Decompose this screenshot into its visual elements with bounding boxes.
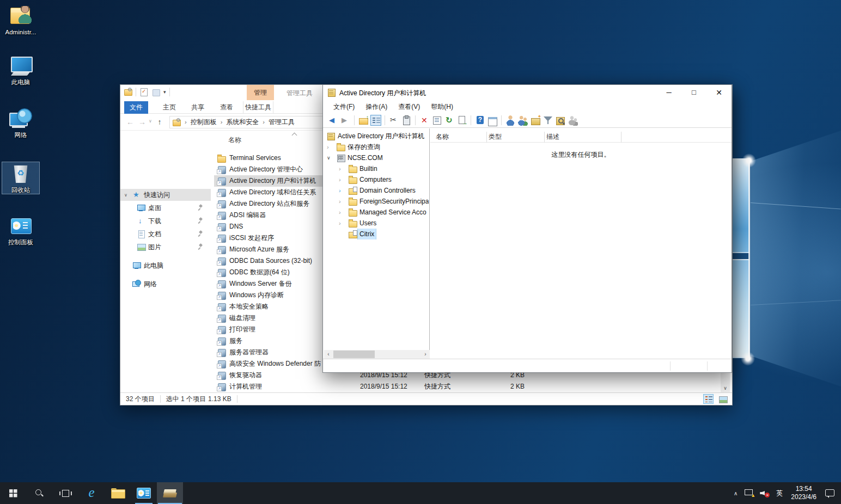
- tree-node-Domain Controllers[interactable]: ›Domain Controllers: [324, 185, 429, 196]
- advanced-icon[interactable]: [568, 115, 578, 126]
- expander-right-icon[interactable]: ›: [339, 207, 341, 218]
- taskbar-start-button[interactable]: [0, 482, 26, 504]
- breadcrumb-item[interactable]: 管理工具: [269, 118, 295, 126]
- sidebar-item-网络[interactable]: 网络: [120, 278, 211, 290]
- scrollbar-thumb[interactable]: [333, 351, 375, 358]
- filter-icon[interactable]: [543, 115, 553, 126]
- ribbon-tab-共享[interactable]: 共享: [186, 101, 210, 114]
- sidebar-item-快速访问[interactable]: ∨快速访问: [120, 189, 211, 201]
- desktop-icon-user-folder[interactable]: Administr...: [2, 4, 39, 36]
- expander-right-icon[interactable]: ›: [327, 142, 329, 152]
- column-header-类型[interactable]: 类型: [489, 132, 502, 142]
- desktop-icon-bin[interactable]: 回收站: [2, 162, 39, 194]
- menu-文件(F)[interactable]: 文件(F): [328, 101, 359, 113]
- action-center-icon[interactable]: [825, 489, 834, 497]
- scroll-right-icon[interactable]: ›: [421, 350, 430, 359]
- taskbar-file-explorer[interactable]: [105, 482, 131, 504]
- back-icon[interactable]: [327, 115, 338, 126]
- desktop-icon-cp[interactable]: 控制面板: [2, 214, 39, 246]
- new-folder-icon[interactable]: [151, 88, 160, 96]
- scroll-left-icon[interactable]: ‹: [324, 350, 333, 359]
- ribbon-tab-查看[interactable]: 查看: [215, 101, 239, 114]
- find-objects-icon[interactable]: [555, 115, 566, 126]
- expander-right-icon[interactable]: ›: [339, 174, 341, 185]
- console-window-icon[interactable]: [487, 115, 498, 126]
- column-divider[interactable]: [544, 132, 545, 143]
- expander-down-icon[interactable]: ∨: [327, 152, 331, 163]
- tree-node-Users[interactable]: ›Users: [324, 218, 429, 229]
- name-column-header[interactable]: 名称: [228, 136, 241, 145]
- thumbnails-view-button[interactable]: [717, 394, 728, 404]
- ribbon-tab-文件[interactable]: 文件: [124, 101, 148, 114]
- customize-dropdown-icon[interactable]: ▾: [163, 88, 166, 96]
- export-list-icon[interactable]: [456, 115, 467, 126]
- desktop-icon-pc[interactable]: 此电脑: [2, 54, 39, 86]
- hidden-icons-chevron-icon[interactable]: ∧: [729, 490, 742, 496]
- up-button[interactable]: ↑: [154, 116, 165, 127]
- forward-icon[interactable]: [340, 115, 351, 126]
- show-tree-icon[interactable]: [370, 115, 381, 126]
- close-button[interactable]: ✕: [706, 85, 732, 100]
- properties-icon[interactable]: [139, 88, 148, 96]
- desktop-icon-net[interactable]: 网络: [2, 107, 39, 139]
- aduc-titlebar[interactable]: Active Directory 用户和计算机 ─ □ ✕: [323, 85, 732, 100]
- tree-node-ForeignSecurityPrincipa[interactable]: ›ForeignSecurityPrincipa: [324, 196, 429, 207]
- cut-icon[interactable]: [388, 115, 399, 126]
- admin-tools-app-icon[interactable]: [124, 88, 132, 96]
- column-header-名称[interactable]: 名称: [436, 132, 449, 142]
- expander-right-icon[interactable]: ›: [339, 218, 341, 229]
- menu-帮助(H)[interactable]: 帮助(H): [426, 101, 458, 113]
- breadcrumb-item[interactable]: 控制面板: [191, 118, 217, 126]
- help-icon[interactable]: [474, 115, 485, 126]
- sidebar-item-下载[interactable]: 下载: [120, 215, 211, 227]
- taskbar-internet-explorer[interactable]: e: [78, 482, 105, 504]
- network-warning-icon[interactable]: [745, 489, 754, 497]
- volume-muted-icon[interactable]: [760, 489, 770, 497]
- tree-node-Builtin[interactable]: ›Builtin: [324, 163, 429, 174]
- scroll-down-icon[interactable]: ∨: [721, 384, 730, 392]
- properties-icon[interactable]: [431, 115, 442, 126]
- clock[interactable]: 13:54 2023/4/6: [787, 485, 821, 501]
- breadcrumb-item[interactable]: 系统和安全: [226, 118, 259, 126]
- expander-right-icon[interactable]: ›: [339, 196, 341, 207]
- menu-查看(V)[interactable]: 查看(V): [393, 101, 425, 113]
- taskbar-search[interactable]: [26, 482, 52, 504]
- forward-button[interactable]: →: [137, 116, 148, 127]
- minimize-button[interactable]: ─: [656, 85, 681, 100]
- ime-language-indicator[interactable]: 英: [772, 489, 787, 498]
- column-header-描述[interactable]: 描述: [546, 132, 559, 142]
- new-user-icon[interactable]: [505, 115, 516, 126]
- sidebar-item-文档[interactable]: 文档: [120, 228, 211, 240]
- taskbar-task-view[interactable]: [52, 482, 78, 504]
- details-view-button[interactable]: [703, 394, 714, 404]
- sidebar-item-图片[interactable]: 图片: [120, 241, 211, 253]
- recent-locations-dropdown-icon[interactable]: ∨: [149, 119, 152, 124]
- tree-node-Active Directory 用户和计算机[interactable]: Active Directory 用户和计算机: [324, 131, 429, 142]
- up-folder-icon[interactable]: [358, 115, 369, 126]
- sidebar-item-桌面[interactable]: 桌面: [120, 202, 211, 214]
- delete-icon[interactable]: [419, 115, 430, 126]
- taskbar-mmc-console[interactable]: [157, 482, 183, 504]
- menu-操作(A)[interactable]: 操作(A): [361, 101, 392, 113]
- tree-node-Managed Service Acco[interactable]: ›Managed Service Acco: [324, 207, 429, 218]
- tree-node-Citrix[interactable]: Citrix: [324, 229, 429, 239]
- expander-down-icon[interactable]: ∨: [124, 193, 127, 198]
- ribbon-tab-主页[interactable]: 主页: [157, 101, 181, 114]
- new-ou-icon[interactable]: [530, 115, 541, 126]
- column-divider[interactable]: [621, 132, 621, 143]
- maximize-button[interactable]: □: [681, 85, 706, 100]
- sidebar-item-此电脑[interactable]: 此电脑: [120, 260, 211, 272]
- tree-node-NCSE.COM[interactable]: ∨NCSE.COM: [324, 152, 429, 163]
- column-divider[interactable]: [486, 132, 487, 143]
- file-row[interactable]: 计算机管理2018/9/15 15:12快捷方式2 KB: [214, 381, 719, 392]
- paste-icon[interactable]: [401, 115, 412, 126]
- ribbon-tab-快捷工具[interactable]: 快捷工具: [243, 101, 273, 114]
- expander-right-icon[interactable]: ›: [339, 163, 341, 174]
- tree-horizontal-scrollbar[interactable]: ‹ ›: [324, 350, 430, 359]
- expander-right-icon[interactable]: ›: [339, 185, 341, 196]
- tree-node-Computers[interactable]: ›Computers: [324, 174, 429, 185]
- tree-node-保存的查询[interactable]: ›保存的查询: [324, 142, 429, 152]
- back-button[interactable]: ←: [125, 116, 136, 127]
- refresh-icon[interactable]: [444, 115, 455, 126]
- new-group-icon[interactable]: [517, 115, 528, 126]
